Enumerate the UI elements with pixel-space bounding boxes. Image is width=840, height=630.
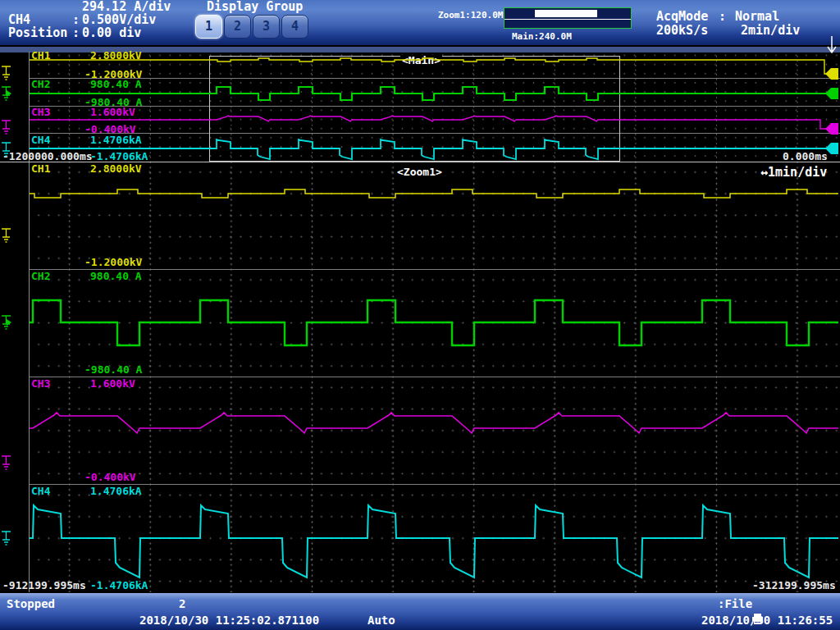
run-status: Stopped (7, 598, 55, 609)
ground-level-icon (2, 229, 11, 242)
main-ch1-name: CH1 (31, 50, 50, 61)
zoom-ch3-lower: -0.400kV (84, 472, 136, 482)
zoom-start-time: -912199.995ms (2, 580, 86, 591)
zoom-end-time: -312199.995ms (752, 580, 836, 591)
display-group-button-1[interactable]: 1 (195, 15, 222, 39)
zoom-timebase: ↔1min/div (760, 165, 827, 180)
display-group-button-2[interactable]: 2 (224, 15, 251, 39)
zoom-region-box[interactable] (209, 56, 620, 162)
zoom-ch2-name: CH2 (31, 271, 50, 281)
file-label: :File (718, 598, 752, 609)
ground-level-icon (2, 316, 11, 329)
zoom-ch3-upper: 1.600kV (90, 378, 135, 389)
colon: : (72, 14, 80, 26)
zoom-ch1-lower: -1.2000kV (84, 257, 142, 267)
zoom-ch1-upper: 2.8000kV (90, 163, 142, 174)
zoom-ch4-name: CH4 (31, 486, 50, 496)
colon: : (72, 27, 80, 39)
zoom-ch4-lower: -1.4706kA (90, 580, 148, 591)
display-group-button-3[interactable]: 3 (253, 15, 280, 39)
colon: : (719, 11, 726, 23)
acq-mode-value: Normal (735, 11, 779, 23)
main-end-time: 0.000ms (783, 151, 828, 162)
trigger-source-icon (7, 90, 11, 97)
adiv-readout: 294.12 A/div (82, 1, 171, 13)
zoom-extent-segment (535, 10, 597, 17)
main-extent-line (504, 19, 631, 20)
main-ch3-upper: 1.600kV (90, 107, 135, 117)
position-value: 0.00 div (82, 27, 141, 39)
ground-level-icon (2, 121, 11, 134)
zoom-record-label: Zoom1:120.0M (438, 9, 503, 21)
ground-level-icon (2, 456, 11, 469)
main-ch4-upper: 1.4706kA (90, 135, 142, 145)
trigger-source-icon (7, 319, 11, 326)
display-group-label: Display Group (207, 1, 303, 13)
strip-separator (30, 269, 840, 270)
sample-rate: 200kS/s (656, 25, 708, 37)
zoom-ch2-upper: 980.40 A (90, 271, 142, 281)
vdiv-readout: 0.500V/div (82, 14, 156, 26)
channel-name: CH4 (8, 14, 30, 26)
position-label: Position (8, 27, 67, 39)
main-ch4-name: CH4 (31, 135, 50, 145)
ground-level-icon (2, 87, 11, 100)
main-ch1-upper: 2.8000kV (90, 50, 142, 61)
strip-separator (30, 484, 840, 485)
system-datetime: 2018/10/30 11:26:55 (701, 614, 833, 626)
zoom-ch4-upper: 1.4706kA (90, 486, 142, 496)
acquisition-count: 2 (179, 598, 185, 609)
header-bar: 294.12 A/div CH4 : 0.500V/div Position :… (0, 0, 840, 45)
zoom-window-title: <Zoom1> (395, 167, 444, 177)
status-bar: Stopped 2 2018/10/30 11:25:02.871100 Aut… (0, 593, 840, 630)
ground-level-icon (2, 532, 11, 545)
main-record-label: Main:240.0M (512, 30, 572, 43)
trigger-mode: Auto (368, 614, 395, 626)
main-ch4-lower: -1.4706kA (90, 151, 148, 162)
acquisition-datetime: 2018/10/30 11:25:02.871100 (139, 614, 319, 626)
zoom-window-grid (30, 162, 838, 592)
ground-level-icon (2, 66, 11, 80)
main-ch2-name: CH2 (31, 79, 50, 89)
main-ch3-name: CH3 (31, 107, 50, 117)
acq-mode-label: AcqMode (656, 11, 708, 23)
zoom-ch2-lower: -980.40 A (84, 364, 142, 375)
main-ch2-upper: 980.40 A (90, 79, 142, 89)
main-window-title: <Main> (400, 55, 442, 66)
zoom-position-bar[interactable] (504, 7, 632, 29)
display-group-button-4[interactable]: 4 (281, 15, 308, 39)
main-timebase: 2min/div (741, 25, 800, 37)
main-start-time: -1200000.000ms (2, 151, 93, 162)
oscilloscope-screen: 294.12 A/div CH4 : 0.500V/div Position :… (0, 0, 840, 630)
zoom-ch1-name: CH1 (31, 163, 50, 174)
zoom-ch3-name: CH3 (31, 378, 50, 389)
strip-separator (30, 377, 840, 377)
